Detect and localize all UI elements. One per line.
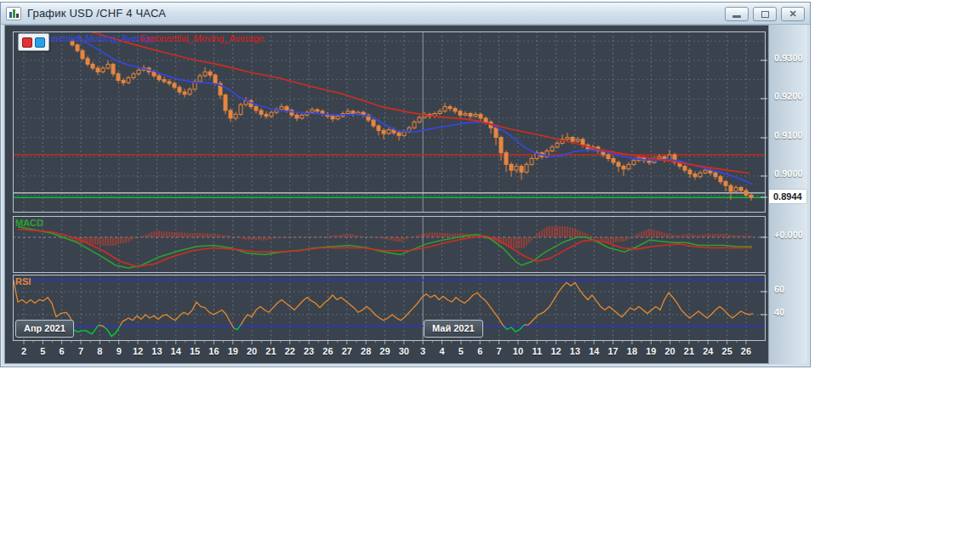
time-label: 14: [171, 346, 181, 356]
time-label: 11: [532, 346, 542, 356]
month-marker-april: Апр 2021: [15, 320, 74, 338]
price-chart-svg[interactable]: [5, 26, 768, 363]
time-label: 29: [379, 346, 390, 356]
time-label: 26: [322, 346, 333, 356]
rsi-label: RSI: [15, 276, 31, 287]
rsi-level-60-label: 60: [774, 284, 784, 294]
price-axis: 0.9300 0.9200 0.9100 0.9000 0.8944 +0.00…: [769, 25, 807, 364]
price-label: 0.9100: [774, 130, 803, 140]
time-label: 19: [646, 346, 656, 356]
current-price-badge: 0.8944: [769, 190, 806, 203]
legend-ema-slow: Exponential_Moving_Average: [140, 33, 264, 43]
restore-button[interactable]: [753, 7, 777, 21]
time-label: 6: [477, 346, 482, 356]
time-label: 24: [703, 346, 713, 356]
minimize-icon: [732, 15, 741, 18]
time-label: 5: [459, 346, 464, 356]
time-label: 30: [399, 346, 409, 356]
close-icon: ✕: [789, 9, 796, 19]
price-label: 0.9000: [774, 168, 803, 179]
price-label: 0.9300: [774, 53, 803, 63]
time-label: 3: [420, 346, 425, 356]
time-label: 21: [265, 346, 276, 356]
indicator-buttons-panel: [18, 33, 49, 51]
title-bar[interactable]: График USD /CHF 4 ЧАСА ✕: [1, 3, 810, 25]
price-label: 0.9200: [774, 91, 803, 101]
time-label: 20: [665, 346, 675, 356]
time-label: 17: [607, 346, 618, 356]
window-content: Exponential_Moving_Average Exponential_M…: [1, 25, 810, 366]
macd-label: MACD: [15, 218, 43, 228]
restore-icon: [761, 11, 769, 18]
time-label: 27: [342, 346, 352, 356]
minimize-button[interactable]: [725, 7, 749, 21]
time-label: 7: [78, 346, 83, 356]
time-label: 18: [627, 346, 637, 356]
time-label: 4: [439, 346, 444, 356]
time-label: 9: [117, 346, 122, 356]
macd-zero-label: +0.000: [774, 230, 803, 240]
time-label: 22: [285, 346, 295, 356]
chart-region[interactable]: Exponential_Moving_Average Exponential_M…: [4, 25, 769, 364]
time-label: 13: [570, 346, 580, 356]
month-marker-may: Май 2021: [424, 320, 483, 338]
time-label: 15: [190, 346, 200, 356]
time-label: 23: [304, 346, 314, 356]
time-label: 19: [228, 346, 238, 356]
time-label: 8: [97, 346, 102, 356]
time-label: 21: [684, 346, 694, 356]
time-label: 10: [513, 346, 523, 356]
red-swatch-button[interactable]: [22, 37, 32, 48]
time-label: 26: [741, 346, 751, 356]
time-label: 16: [208, 346, 219, 356]
time-label: 13: [151, 346, 162, 356]
time-label: 28: [361, 346, 371, 356]
time-label: 12: [550, 346, 561, 356]
rsi-level-40-label: 40: [774, 307, 784, 317]
time-label: 20: [247, 346, 257, 356]
chart-icon: [6, 7, 21, 20]
time-label: 12: [133, 346, 143, 356]
time-label: 7: [496, 346, 501, 356]
time-label: 6: [60, 346, 65, 356]
time-label: 14: [589, 346, 599, 356]
time-label: 2: [21, 346, 26, 356]
window-title: График USD /CHF 4 ЧАСА: [27, 7, 166, 20]
time-label: 5: [40, 346, 45, 356]
close-button[interactable]: ✕: [781, 7, 805, 21]
blue-swatch-button[interactable]: [35, 37, 45, 48]
legend-ema-fast: Exponential_Moving_Average: [31, 33, 156, 43]
chart-window: График USD /CHF 4 ЧАСА ✕ Exponential_Mov…: [0, 2, 811, 367]
time-label: 25: [722, 346, 732, 356]
